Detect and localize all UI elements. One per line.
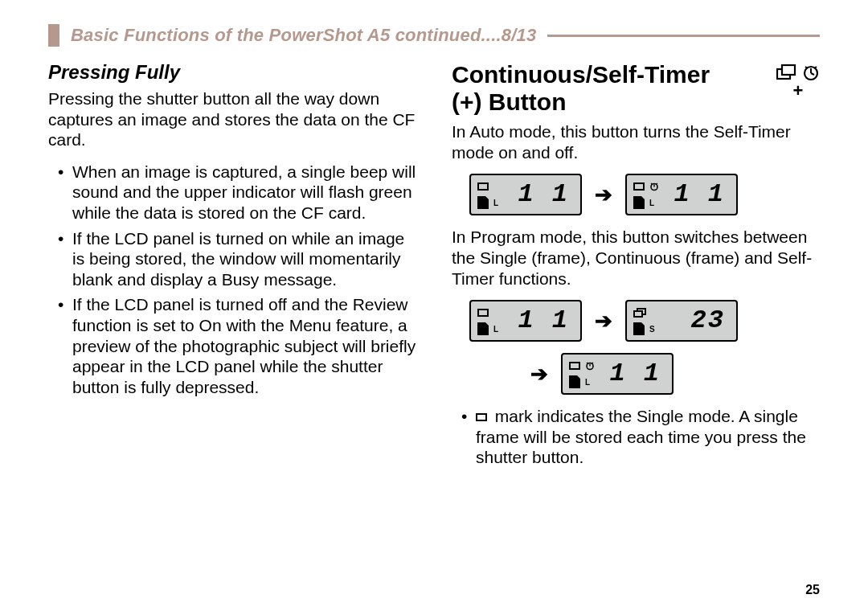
header-accent-bar [48,24,59,47]
svg-marker-13 [477,322,489,335]
page-number: 25 [805,583,820,597]
left-column: Pressing Fully Pressing the shutter butt… [48,61,416,473]
header-title: Basic Functions of the PowerShot A5 cont… [71,25,547,46]
card-icon [477,196,489,209]
bullet-item: If the LCD panel is turned on while an i… [72,228,416,290]
right-column: Continuous/Self-Timer (+) Button [452,61,820,473]
arrow-icon: ➔ [595,182,612,207]
pressing-fully-bullets: When an image is captured, a single beep… [48,162,416,398]
lcd-auto-row: L 1 1 ➔ [469,174,820,215]
lcd-counter: 23 [674,308,730,334]
self-timer-icon [585,361,595,371]
lcd-counter: 1 1 [518,308,574,334]
bullet-item: mark indicates the Single mode. A single… [476,406,820,468]
lcd-display: L 1 1 [469,174,582,215]
pressing-fully-intro: Pressing the shutter button all the way … [48,88,416,150]
svg-line-18 [592,363,594,363]
quality-letter: L [585,378,590,387]
bullet-item: If the LCD panel is turned off and the R… [72,294,416,397]
plus-symbol: + [776,80,820,101]
quality-letter: L [493,325,498,334]
pressing-fully-heading: Pressing Fully [48,61,416,84]
svg-marker-14 [633,322,645,335]
continuous-mode-icon [633,308,646,318]
continuous-icon [776,64,797,80]
single-mode-icon [633,182,645,191]
svg-line-10 [651,183,653,184]
svg-line-17 [587,363,588,363]
manual-page: Basic Functions of the PowerShot A5 cont… [0,0,868,615]
title-line-2: (+) Button [452,88,566,115]
card-icon [633,322,645,335]
title-icon-cluster: + [770,61,820,101]
lcd-counter: 1 1 [609,361,665,387]
lcd-display: S 23 [625,300,738,342]
bullet-item: When an image is captured, a single beep… [72,162,416,223]
svg-marker-7 [477,196,489,209]
lcd-display: L 1 1 [561,353,674,395]
section-title-row: Continuous/Self-Timer (+) Button [452,61,820,115]
svg-rect-1 [782,65,795,75]
lcd-display: L 1 1 [625,174,738,215]
arrow-icon: ➔ [595,309,612,334]
lcd-display: L 1 1 [469,300,582,342]
continuous-selftimer-heading: Continuous/Self-Timer (+) Button [452,61,770,115]
quality-letter: L [649,199,654,207]
program-mode-description: In Program mode, this button switches be… [452,227,820,289]
arrow-icon: ➔ [530,362,548,387]
auto-mode-description: In Auto mode, this button turns the Self… [452,121,820,162]
single-mode-icon [476,413,487,421]
self-timer-icon [802,64,820,82]
quality-letter: S [649,325,655,334]
section-header: Basic Functions of the PowerShot A5 cont… [48,24,820,47]
card-icon [633,196,645,209]
single-mode-bullets: mark indicates the Single mode. A single… [452,406,820,468]
svg-line-4 [811,73,814,75]
bullet-text: mark indicates the Single mode. A single… [476,407,806,466]
title-line-1: Continuous/Self-Timer [452,61,710,88]
header-rule-line [547,35,820,37]
svg-marker-12 [633,196,645,209]
svg-marker-19 [569,375,580,388]
svg-line-11 [657,183,658,184]
lcd-program-row-1: L 1 1 ➔ S 23 [469,300,820,342]
single-mode-icon [477,182,489,191]
quality-letter: L [493,199,498,207]
card-icon [569,375,580,388]
two-column-layout: Pressing Fully Pressing the shutter butt… [48,61,820,473]
lcd-counter: 1 1 [518,182,574,207]
single-mode-icon [477,309,489,317]
lcd-counter: 1 1 [674,182,730,207]
single-mode-icon [569,362,580,370]
card-icon [477,322,489,335]
lcd-program-row-2: ➔ [530,353,820,395]
self-timer-icon [649,182,659,191]
